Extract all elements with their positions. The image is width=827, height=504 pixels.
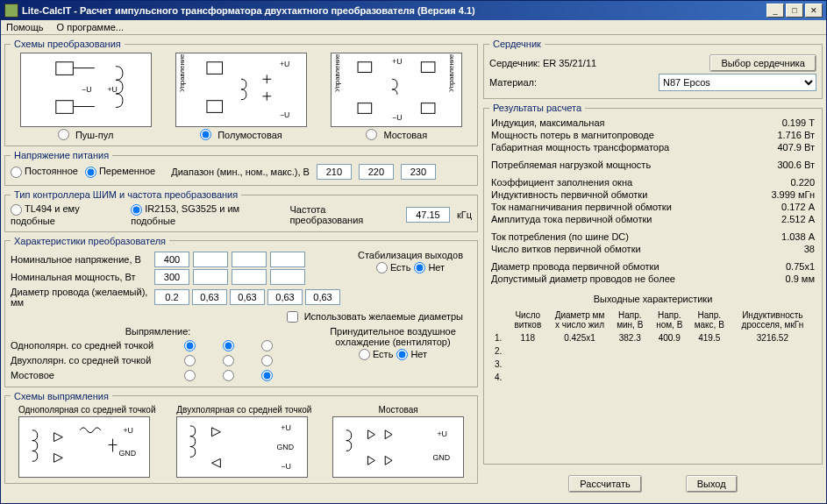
diam-4[interactable]: [305, 289, 340, 305]
ir2153-radio[interactable]: [131, 204, 142, 216]
svg-marker-30: [212, 427, 221, 436]
exit-button[interactable]: Выход: [686, 475, 738, 493]
svg-text:GND: GND: [277, 443, 295, 451]
window-title: Lite-CalcIT - Расчет импульсного трансфо…: [22, 5, 766, 16]
rect1-uni[interactable]: [175, 340, 204, 351]
result-row: Габаритная мощность трансформатора407.9 …: [489, 141, 816, 153]
svg-marker-24: [53, 432, 62, 441]
svg-marker-31: [212, 458, 221, 467]
rectifier-schemes-group: Схемы выпрямления Однополярная со средне…: [4, 391, 478, 484]
rect-unipolar-diagram: +UGND: [18, 416, 150, 478]
voltage-1[interactable]: [154, 252, 189, 267]
result-row: Индукция, максимальная0.199 Т: [489, 117, 816, 129]
outputs-table: Число витков Диаметр мм x число жил Напр…: [489, 308, 816, 385]
output-row: 2.: [491, 345, 815, 357]
svg-rect-20: [422, 62, 436, 73]
svg-rect-1: [55, 62, 73, 75]
svg-text:−U: −U: [282, 462, 292, 471]
vnom-input[interactable]: [359, 164, 394, 180]
svg-text:+U: +U: [123, 425, 133, 434]
result-row: Коэффициент заполнения окна0.220: [489, 176, 816, 188]
result-row: Диаметр провода первичной обмотки0.75x1: [489, 260, 816, 273]
dc-radio[interactable]: [11, 167, 22, 178]
voltage-4[interactable]: [270, 252, 305, 267]
stab-no-radio[interactable]: [414, 262, 425, 273]
bridge-radio[interactable]: [366, 129, 377, 140]
voltage-3[interactable]: [232, 252, 267, 267]
svg-text:−U: −U: [280, 110, 289, 119]
svg-rect-9: [207, 101, 223, 113]
ac-radio[interactable]: [85, 167, 96, 178]
power-4[interactable]: [270, 269, 305, 285]
cool-no-radio[interactable]: [396, 349, 408, 360]
controller-group: Тип контроллера ШИМ и частота преобразов…: [4, 189, 478, 232]
core-group: Сердечник Сердечник: ER 35/21/11 Выбор с…: [483, 39, 823, 99]
svg-text:−U: −U: [392, 113, 402, 122]
rect2-uni[interactable]: [214, 340, 243, 351]
svg-text:Управление: Управление: [178, 54, 186, 92]
power-3[interactable]: [232, 269, 267, 285]
rect3-uni[interactable]: [253, 340, 282, 351]
result-row: Допустимый диаметр проводов не более0.9 …: [489, 273, 816, 285]
voltage-2[interactable]: [193, 252, 228, 267]
select-core-button[interactable]: Выбор сердечника: [709, 54, 816, 72]
menubar: Помощь О программе...: [1, 20, 826, 35]
result-row: Ток потребления (по шине DC)1.038 А: [489, 231, 816, 243]
rect1-bi[interactable]: [175, 355, 204, 366]
rect3-br[interactable]: [253, 370, 282, 381]
rect2-br[interactable]: [214, 370, 243, 381]
svg-rect-18: [358, 62, 372, 73]
result-row: Потребляемая нагрузкой мощность300.6 Вт: [489, 159, 816, 171]
rect1-br[interactable]: [175, 370, 204, 381]
diam-1[interactable]: [192, 289, 227, 305]
menu-about[interactable]: О программе...: [57, 22, 124, 32]
tl494-radio[interactable]: [11, 204, 22, 216]
use-diam-checkbox[interactable]: [287, 311, 298, 323]
result-row: Индуктивность первичной обмотки3.999 мГн: [489, 188, 816, 201]
result-row: Амплитуда тока первичной обмотки2.512 А: [489, 213, 816, 225]
svg-text:GND: GND: [433, 453, 451, 462]
calculate-button[interactable]: Рассчитать: [568, 475, 641, 493]
freq-input[interactable]: [406, 207, 450, 223]
power-2[interactable]: [193, 269, 228, 285]
result-row: Мощность потерь в магнитопроводе1.716 Вт: [489, 129, 816, 141]
app-window: Lite-CalcIT - Расчет импульсного трансфо…: [0, 0, 827, 504]
half-bridge-radio[interactable]: [200, 129, 211, 140]
svg-marker-35: [368, 429, 375, 438]
output-row: 4.: [491, 372, 815, 383]
bridge-diagram: УправлениеУправление+U−U: [331, 53, 462, 127]
diam-2[interactable]: [230, 289, 265, 305]
minimize-button[interactable]: _: [766, 4, 784, 18]
titlebar: Lite-CalcIT - Расчет импульсного трансфо…: [1, 1, 826, 20]
svg-marker-36: [385, 429, 392, 438]
push-pull-diagram: Управление−U+U: [20, 53, 152, 127]
converter-chars-group: Характеристики преобразователя Номинальн…: [4, 236, 478, 387]
diam-3[interactable]: [267, 289, 303, 305]
converter-schemes-group: Схемы преобразования Управление−U+U Пуш-…: [4, 39, 478, 146]
svg-text:+U: +U: [282, 422, 292, 431]
cool-yes-radio[interactable]: [359, 349, 370, 360]
svg-rect-21: [422, 103, 436, 114]
menu-help[interactable]: Помощь: [6, 22, 44, 32]
svg-text:+U: +U: [437, 429, 447, 437]
svg-text:+U: +U: [280, 60, 289, 68]
svg-marker-25: [53, 453, 62, 462]
rect3-bi[interactable]: [253, 355, 282, 366]
rect2-bi[interactable]: [214, 355, 243, 366]
rect-bridge-diagram: +UGND: [332, 416, 464, 478]
vmax-input[interactable]: [401, 164, 436, 180]
vmin-input[interactable]: [317, 164, 352, 180]
push-pull-radio[interactable]: [58, 129, 69, 140]
result-row: Ток намагничивания первичной обмотки0.17…: [489, 201, 816, 213]
material-select[interactable]: N87 Epcos: [659, 74, 816, 91]
diam-0[interactable]: [154, 289, 189, 305]
power-1[interactable]: [154, 269, 189, 285]
maximize-button[interactable]: □: [786, 4, 803, 18]
svg-text:Управление: Управление: [448, 54, 456, 92]
svg-marker-37: [368, 456, 375, 465]
close-button[interactable]: ✕: [805, 4, 823, 18]
half-bridge-diagram: Управление+U−U: [175, 53, 307, 127]
supply-voltage-group: Напряжение питания Постоянное Переменное…: [4, 150, 478, 186]
rect-bipolar-diagram: +UGND−U: [176, 416, 308, 478]
stab-yes-radio[interactable]: [376, 262, 388, 273]
